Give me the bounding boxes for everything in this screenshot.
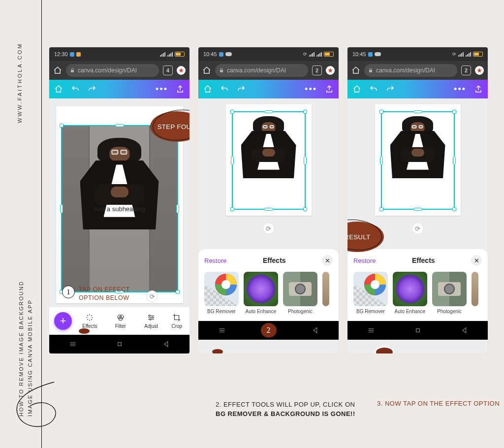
effect-partial[interactable] bbox=[472, 272, 478, 314]
svg-point-3 bbox=[149, 315, 151, 317]
canvas-area[interactable]: ⟳ bbox=[198, 98, 339, 246]
tab-count[interactable]: 4 bbox=[163, 65, 173, 75]
resize-handle[interactable] bbox=[60, 124, 63, 128]
restore-button[interactable]: Restore bbox=[204, 257, 227, 264]
restore-button[interactable]: Restore bbox=[353, 257, 376, 264]
home-icon[interactable] bbox=[202, 66, 211, 75]
share-icon[interactable] bbox=[325, 85, 334, 94]
resize-handle[interactable] bbox=[453, 156, 456, 165]
tool-adjust[interactable]: Adjust bbox=[138, 313, 164, 329]
close-icon[interactable]: ✕ bbox=[471, 255, 482, 266]
more-icon[interactable]: ••• bbox=[454, 84, 466, 95]
effect-bg-remover[interactable]: BG Remover bbox=[204, 272, 239, 314]
person-no-bg bbox=[390, 116, 445, 178]
recent-icon[interactable] bbox=[367, 326, 375, 334]
more-icon[interactable]: ••• bbox=[305, 84, 317, 95]
selection-box[interactable]: Add a subheading bbox=[61, 125, 178, 292]
effect-photogenic[interactable]: Photogenic bbox=[432, 272, 467, 314]
artboard[interactable] bbox=[226, 104, 312, 216]
rotate-handle[interactable]: ⟳ bbox=[146, 290, 158, 302]
tool-effects[interactable]: Effects bbox=[77, 313, 103, 329]
url-field[interactable]: canva.com/design/DAI bbox=[215, 64, 308, 77]
phone-result: RESULT 10:45 ⟳ canva.com/design/DAI 2 ••… bbox=[347, 47, 488, 353]
canva-home-icon[interactable] bbox=[203, 85, 212, 94]
effects-row[interactable]: BG Remover Auto Enhance Photogenic bbox=[353, 272, 482, 314]
status-bar: 10:45 ⟳ bbox=[347, 47, 488, 61]
undo-icon[interactable] bbox=[369, 85, 378, 94]
add-button[interactable]: + bbox=[54, 312, 72, 330]
share-icon[interactable] bbox=[176, 85, 185, 94]
svg-point-5 bbox=[150, 319, 151, 320]
effect-auto-enhance[interactable]: Auto Enhance bbox=[393, 272, 427, 314]
effect-partial[interactable] bbox=[322, 272, 329, 314]
canva-home-icon[interactable] bbox=[54, 85, 63, 94]
android-nav bbox=[347, 321, 488, 340]
resize-handle[interactable] bbox=[176, 204, 179, 213]
effect-photogenic[interactable]: Photogenic bbox=[283, 272, 317, 314]
rotate-handle[interactable]: ⟳ bbox=[412, 223, 424, 234]
home-icon[interactable] bbox=[53, 66, 62, 75]
signal-icon bbox=[466, 52, 471, 57]
rotate-handle[interactable]: ⟳ bbox=[263, 223, 275, 234]
resize-handle[interactable] bbox=[264, 208, 273, 211]
person-no-bg bbox=[241, 116, 296, 178]
clock: 10:45 bbox=[352, 51, 366, 57]
notif-icon bbox=[219, 52, 223, 57]
resize-handle[interactable] bbox=[380, 156, 383, 165]
back-icon[interactable] bbox=[461, 326, 469, 334]
tab-count[interactable]: 2 bbox=[461, 65, 471, 75]
resize-handle[interactable] bbox=[176, 290, 180, 294]
resize-handle[interactable] bbox=[230, 110, 234, 114]
undo-icon[interactable] bbox=[71, 85, 80, 94]
status-bar: 12:30 bbox=[49, 47, 189, 61]
extension-icon[interactable] bbox=[475, 66, 484, 75]
home-icon[interactable] bbox=[351, 66, 360, 75]
redo-icon[interactable] bbox=[88, 85, 96, 94]
resize-handle[interactable] bbox=[303, 207, 307, 211]
resize-handle[interactable] bbox=[304, 156, 307, 165]
home-nav-icon[interactable] bbox=[116, 340, 124, 348]
resize-handle[interactable] bbox=[231, 156, 234, 165]
more-icon[interactable]: ••• bbox=[156, 84, 168, 95]
resize-handle[interactable] bbox=[230, 207, 234, 211]
effect-bg-remover[interactable]: BG Remover bbox=[353, 272, 388, 314]
url-field[interactable]: canva.com/design/DAI bbox=[364, 64, 457, 77]
tool-filter[interactable]: Filter bbox=[108, 313, 134, 329]
canva-toolbar: ••• bbox=[347, 80, 488, 98]
effect-auto-enhance[interactable]: Auto Enhance bbox=[244, 272, 278, 314]
resize-handle[interactable] bbox=[413, 208, 422, 211]
selection-box[interactable] bbox=[381, 111, 455, 210]
resize-handle[interactable] bbox=[379, 110, 383, 114]
selection-box[interactable] bbox=[232, 111, 306, 210]
redo-icon[interactable] bbox=[237, 85, 246, 94]
recent-icon[interactable] bbox=[218, 326, 226, 334]
resize-handle[interactable] bbox=[264, 110, 273, 113]
resize-handle[interactable] bbox=[452, 110, 456, 114]
resize-handle[interactable] bbox=[303, 110, 307, 114]
resize-handle[interactable] bbox=[60, 204, 63, 213]
undo-icon[interactable] bbox=[220, 85, 229, 94]
subheading-text[interactable]: Add a subheading bbox=[94, 205, 145, 213]
share-icon[interactable] bbox=[474, 85, 483, 94]
url-field[interactable]: canva.com/design/DAI bbox=[66, 64, 159, 77]
resize-handle[interactable] bbox=[413, 110, 422, 113]
recent-icon[interactable] bbox=[69, 340, 77, 348]
extension-icon[interactable] bbox=[326, 66, 335, 75]
resize-handle[interactable] bbox=[379, 207, 383, 211]
phone-effects-open: 10:45 ⟳ canva.com/design/DAI 2 ••• bbox=[198, 47, 339, 353]
signal-icon bbox=[167, 52, 173, 57]
redo-icon[interactable] bbox=[386, 85, 395, 94]
extension-icon[interactable] bbox=[177, 66, 186, 75]
tool-crop[interactable]: Crop bbox=[169, 313, 185, 329]
resize-handle[interactable] bbox=[115, 124, 124, 127]
close-icon[interactable]: ✕ bbox=[322, 255, 333, 266]
effects-row[interactable]: BG Remover Auto Enhance Photogenic bbox=[204, 272, 333, 314]
back-icon[interactable] bbox=[162, 340, 170, 348]
tab-count[interactable]: 2 bbox=[312, 65, 322, 75]
cloud-icon bbox=[225, 52, 232, 56]
canva-home-icon[interactable] bbox=[352, 85, 361, 94]
back-icon[interactable] bbox=[312, 326, 319, 334]
resize-handle[interactable] bbox=[452, 207, 456, 211]
artboard[interactable] bbox=[375, 104, 461, 216]
home-nav-icon[interactable] bbox=[414, 326, 422, 334]
